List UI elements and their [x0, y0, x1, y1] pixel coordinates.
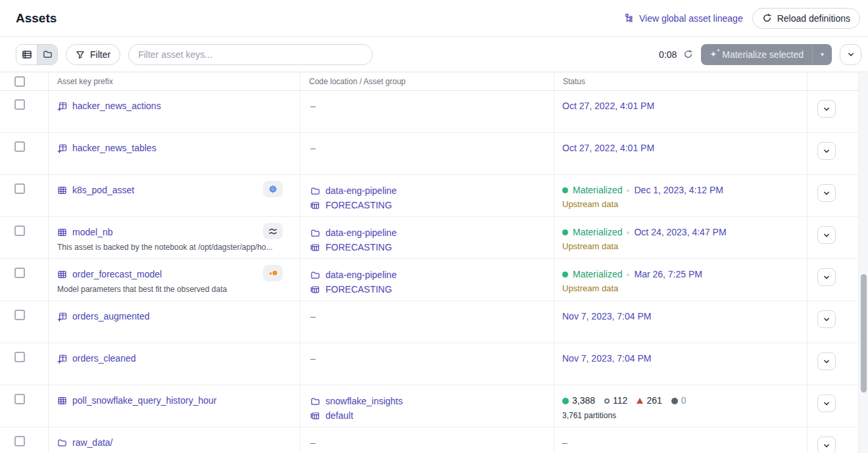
lineage-link-label: View global asset lineage [639, 13, 743, 24]
table-icon [57, 396, 67, 406]
partition-count[interactable]: 0 [671, 394, 687, 408]
materialize-options-button[interactable]: ▾ [812, 44, 832, 65]
row-checkbox[interactable] [14, 226, 25, 236]
reload-definitions-button[interactable]: Reload definitions [752, 8, 860, 29]
row-checkbox[interactable] [14, 436, 25, 446]
refresh-countdown: 0:08 [659, 49, 677, 60]
scrollbar-thumb[interactable] [861, 274, 867, 393]
chevron-down-icon [822, 273, 831, 282]
folder-view-button[interactable] [37, 45, 57, 64]
asset-line: orders_cleaned [57, 352, 300, 366]
asset-group-link[interactable]: FORECASTING [326, 198, 392, 212]
code-location-cell: data-eng-pipelineFORECASTING [301, 217, 554, 258]
asset-cell: poll_snowflake_query_history_hour [49, 385, 301, 427]
asset-group-link[interactable]: FORECASTING [326, 282, 392, 297]
row-expand-button[interactable] [817, 352, 836, 370]
code-location-link[interactable]: data-eng-pipeline [326, 226, 397, 240]
code-location-link[interactable]: data-eng-pipeline [326, 268, 397, 282]
asset-link[interactable]: orders_cleaned [72, 352, 136, 366]
materialization-timestamp-link[interactable]: Mar 26, 7:25 PM [634, 268, 702, 281]
status-line: MaterializedDec 1, 2023, 4:12 PM [562, 183, 807, 197]
asset-group-link[interactable]: default [326, 408, 353, 423]
materialization-timestamp-link[interactable]: Oct 27, 2022, 4:01 PM [562, 141, 654, 155]
upstream-data-tag[interactable]: Upstream data [562, 241, 807, 251]
table-icon [57, 227, 67, 237]
row-expand-button[interactable] [817, 437, 836, 453]
column-header-actions [808, 72, 859, 90]
row-actions-cell [808, 91, 859, 132]
code-location-link[interactable]: data-eng-pipeline [326, 183, 397, 198]
upstream-data-tag[interactable]: Upstream data [562, 283, 807, 293]
asset-group-link[interactable]: FORECASTING [326, 240, 392, 254]
asset-link[interactable]: hacker_news_tables [72, 141, 157, 155]
row-expand-button[interactable] [817, 184, 836, 202]
chevron-down-icon [822, 231, 831, 240]
materialization-timestamp-link[interactable]: Oct 24, 2023, 4:47 PM [634, 226, 726, 239]
table-icon [57, 185, 67, 195]
status-cell: Nov 7, 2023, 7:04 PM [554, 301, 808, 343]
status-line: Nov 7, 2023, 7:04 PM [562, 352, 807, 366]
upstream-data-tag[interactable]: Upstream data [562, 199, 807, 209]
row-checkbox[interactable] [14, 99, 25, 110]
row-expand-button[interactable] [817, 310, 836, 328]
code-location-link[interactable]: snowflake_insights [326, 394, 403, 408]
reload-button-label: Reload definitions [777, 13, 850, 24]
materialized-dot-icon [562, 272, 568, 277]
row-expand-button[interactable] [817, 142, 836, 160]
status-cell: – [554, 427, 808, 453]
view-global-asset-lineage-link[interactable]: View global asset lineage [625, 13, 743, 24]
row-expand-button[interactable] [817, 226, 836, 244]
partition-count[interactable]: 261 [637, 394, 662, 408]
row-expand-button[interactable] [817, 394, 836, 412]
row-expand-button[interactable] [817, 100, 836, 118]
select-all-checkbox[interactable] [14, 76, 25, 87]
row-checkbox[interactable] [14, 352, 25, 362]
asset-link[interactable]: model_nb [72, 226, 113, 239]
refresh-button[interactable] [683, 49, 693, 59]
table-row: hacker_news_actions–Oct 27, 2022, 4:01 P… [0, 91, 868, 133]
asset-link[interactable]: order_forecast_model [72, 268, 162, 281]
asset-link[interactable]: poll_snowflake_query_history_hour [72, 394, 216, 408]
row-checkbox[interactable] [14, 310, 25, 320]
folder-icon [57, 438, 67, 448]
table-row: order_forecast_modelModel parameters tha… [0, 259, 868, 301]
empty-value: – [310, 101, 316, 111]
asset-link[interactable]: hacker_news_actions [72, 99, 161, 113]
asset-line: hacker_news_tables [57, 141, 300, 155]
filter-button[interactable]: Filter [66, 44, 120, 65]
scrollbar-track[interactable] [859, 73, 868, 453]
row-checkbox[interactable] [14, 268, 25, 278]
list-view-icon [22, 49, 32, 60]
row-expand-button[interactable] [817, 268, 836, 286]
jupyter-icon [268, 269, 279, 277]
reload-icon [762, 13, 772, 23]
materialized-dot-icon [562, 229, 568, 235]
row-checkbox[interactable] [14, 141, 25, 152]
empty-value: – [310, 311, 316, 322]
asset-group-icon [310, 201, 320, 210]
materialization-timestamp-link[interactable]: Nov 7, 2023, 7:04 PM [562, 310, 651, 323]
status-line: Nov 7, 2023, 7:04 PM [562, 310, 807, 323]
asset-link[interactable]: orders_augmented [72, 310, 150, 323]
toolbar-collapse-button[interactable] [840, 44, 861, 65]
asset-cell: model_nbThis asset is backed by the note… [49, 217, 301, 258]
empty-value: – [310, 143, 316, 153]
materialization-timestamp-link[interactable]: Nov 7, 2023, 7:04 PM [562, 352, 651, 366]
list-view-button[interactable] [16, 45, 37, 64]
select-all-cell [0, 72, 49, 90]
partition-count[interactable]: 3,388 [562, 394, 595, 408]
materialization-timestamp-link[interactable]: Oct 27, 2022, 4:01 PM [562, 99, 654, 113]
partition-count[interactable]: 112 [604, 394, 627, 408]
asset-cell: raw_data/ [49, 427, 301, 453]
toolbar: Filter 0:08 ✦✦ Materialize selected ▾ [0, 37, 868, 72]
row-checkbox[interactable] [14, 394, 25, 404]
asset-group-icon [310, 285, 320, 295]
row-checkbox[interactable] [14, 183, 25, 194]
materialization-timestamp-link[interactable]: Dec 1, 2023, 4:12 PM [634, 183, 723, 197]
asset-link[interactable]: raw_data/ [72, 436, 112, 450]
table-plus-icon [57, 312, 67, 322]
materialize-selected-button[interactable]: ✦✦ Materialize selected [701, 44, 812, 65]
view-mode-toggle [16, 44, 58, 65]
asset-filter-input[interactable] [128, 44, 373, 65]
asset-link[interactable]: k8s_pod_asset [72, 183, 134, 197]
